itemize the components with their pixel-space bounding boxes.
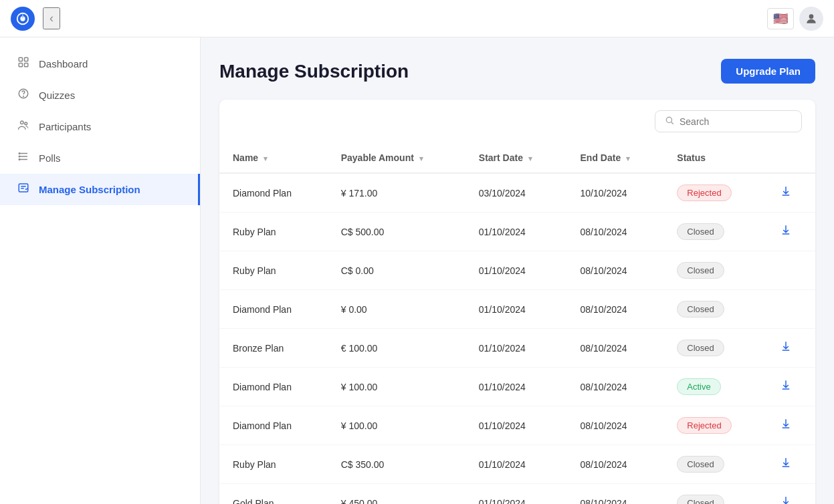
- cell-name: Diamond Plan: [219, 368, 328, 406]
- page-title: Manage Subscription: [219, 61, 409, 82]
- download-button[interactable]: [780, 379, 792, 394]
- sort-arrow-start[interactable]: ▾: [528, 154, 532, 162]
- upgrade-plan-button[interactable]: Upgrade Plan: [721, 59, 815, 84]
- col-actions: [766, 143, 815, 173]
- table-row: Ruby Plan C$ 350.00 01/10/2024 08/10/202…: [219, 445, 815, 484]
- svg-point-16: [19, 159, 20, 160]
- sort-arrow-amount[interactable]: ▾: [419, 154, 423, 162]
- cell-end-date: 08/10/2024: [567, 484, 664, 505]
- cell-amount: C$ 0.00: [328, 251, 465, 290]
- status-badge: Rejected: [677, 417, 731, 434]
- cell-end-date: 08/10/2024: [567, 445, 664, 484]
- table-row: Bronze Plan € 100.00 01/10/2024 08/10/20…: [219, 329, 815, 368]
- table-row: Ruby Plan C$ 500.00 01/10/2024 08/10/202…: [219, 213, 815, 251]
- subscription-table: Name ▾ Payable Amount ▾ Start Date ▾ E: [219, 143, 815, 504]
- cell-start-date: 01/10/2024: [465, 290, 567, 329]
- sidebar: Dashboard Quizzes Participants: [0, 37, 201, 504]
- main-content: Manage Subscription Upgrade Plan: [201, 37, 834, 504]
- svg-line-21: [671, 122, 673, 124]
- topbar-right: 🇺🇸: [767, 7, 823, 31]
- cell-start-date: 03/10/2024: [465, 173, 567, 213]
- download-button[interactable]: [780, 495, 792, 504]
- cell-status: Rejected: [663, 406, 766, 445]
- cell-amount: ¥ 171.00: [328, 173, 465, 213]
- svg-rect-4: [25, 57, 28, 61]
- status-badge: Closed: [677, 262, 724, 279]
- search-box: [655, 110, 802, 132]
- sidebar-item-label: Manage Subscription: [39, 184, 140, 195]
- cell-amount: € 100.00: [328, 329, 465, 368]
- manage-subscription-icon: [16, 182, 31, 197]
- participants-icon: [16, 119, 31, 134]
- language-selector[interactable]: 🇺🇸: [767, 8, 794, 29]
- quizzes-icon: [16, 88, 31, 103]
- sidebar-item-participants[interactable]: Participants: [0, 111, 200, 142]
- cell-start-date: 01/10/2024: [465, 329, 567, 368]
- download-button[interactable]: [780, 457, 792, 472]
- main-layout: Dashboard Quizzes Participants: [0, 37, 834, 504]
- download-button[interactable]: [780, 224, 792, 239]
- sort-arrow-end[interactable]: ▾: [626, 154, 630, 162]
- cell-status: Closed: [663, 290, 766, 329]
- cell-actions: [766, 406, 815, 445]
- svg-point-20: [666, 117, 671, 122]
- table-row: Diamond Plan ¥ 171.00 03/10/2024 10/10/2…: [219, 173, 815, 213]
- search-input[interactable]: [680, 116, 792, 127]
- cell-start-date: 01/10/2024: [465, 251, 567, 290]
- cell-actions: [766, 368, 815, 406]
- sidebar-item-dashboard[interactable]: Dashboard: [0, 48, 200, 80]
- download-button[interactable]: [780, 418, 792, 433]
- cell-amount: C$ 500.00: [328, 213, 465, 251]
- sidebar-item-manage-subscription[interactable]: Manage Subscription: [0, 174, 200, 205]
- status-badge: Active: [677, 378, 720, 395]
- sidebar-item-quizzes[interactable]: Quizzes: [0, 80, 200, 111]
- col-start-date: Start Date ▾: [465, 143, 567, 173]
- download-button[interactable]: [780, 340, 792, 356]
- search-icon: [665, 116, 674, 127]
- download-button[interactable]: [780, 185, 792, 201]
- cell-name: Diamond Plan: [219, 173, 328, 213]
- sidebar-item-label: Polls: [39, 152, 61, 164]
- cell-actions: [766, 445, 815, 484]
- sidebar-item-label: Dashboard: [39, 58, 88, 70]
- status-badge: Rejected: [677, 184, 731, 201]
- sidebar-item-label: Participants: [39, 121, 91, 132]
- svg-rect-5: [19, 64, 22, 67]
- cell-actions: [766, 290, 815, 329]
- table-row: Gold Plan ¥ 450.00 01/10/2024 08/10/2024…: [219, 484, 815, 505]
- app-logo: [11, 7, 35, 31]
- cell-name: Ruby Plan: [219, 251, 328, 290]
- cell-start-date: 01/10/2024: [465, 213, 567, 251]
- user-avatar[interactable]: [799, 7, 823, 31]
- svg-point-9: [21, 121, 24, 124]
- table-toolbar: [219, 100, 815, 143]
- col-name: Name ▾: [219, 143, 328, 173]
- svg-point-2: [809, 14, 814, 19]
- cell-end-date: 08/10/2024: [567, 290, 664, 329]
- cell-actions: [766, 251, 815, 290]
- cell-start-date: 01/10/2024: [465, 368, 567, 406]
- cell-status: Closed: [663, 329, 766, 368]
- svg-rect-6: [25, 64, 28, 67]
- cell-name: Ruby Plan: [219, 445, 328, 484]
- status-badge: Closed: [677, 340, 724, 356]
- back-button[interactable]: ‹: [43, 7, 60, 29]
- col-status: Status: [663, 143, 766, 173]
- cell-end-date: 08/10/2024: [567, 329, 664, 368]
- cell-amount: C$ 350.00: [328, 445, 465, 484]
- sort-arrow-name[interactable]: ▾: [264, 154, 268, 162]
- cell-actions: [766, 484, 815, 505]
- cell-amount: ¥ 100.00: [328, 368, 465, 406]
- dashboard-icon: [16, 56, 31, 72]
- cell-name: Diamond Plan: [219, 290, 328, 329]
- sidebar-item-polls[interactable]: Polls: [0, 142, 200, 174]
- cell-start-date: 01/10/2024: [465, 445, 567, 484]
- cell-actions: [766, 173, 815, 213]
- sidebar-item-label: Quizzes: [39, 90, 75, 101]
- table-row: Ruby Plan C$ 0.00 01/10/2024 08/10/2024 …: [219, 251, 815, 290]
- table-body: Diamond Plan ¥ 171.00 03/10/2024 10/10/2…: [219, 173, 815, 504]
- cell-amount: ¥ 450.00: [328, 484, 465, 505]
- cell-status: Closed: [663, 251, 766, 290]
- cell-status: Rejected: [663, 173, 766, 213]
- cell-actions: [766, 329, 815, 368]
